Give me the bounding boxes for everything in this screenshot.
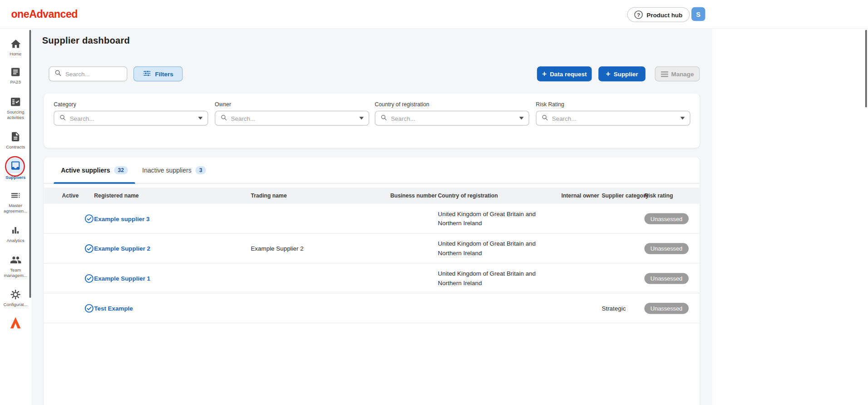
table-row: Example Supplier 1 United Kingdom of Gre…	[44, 263, 700, 293]
registered-name-cell: Example supplier 3	[94, 215, 251, 222]
search-input[interactable]	[65, 70, 122, 77]
category-select	[54, 111, 208, 126]
sidebar-item-analytics[interactable]: Analytics	[0, 224, 31, 244]
chevron-down-icon[interactable]	[359, 117, 364, 119]
country-cell: United Kingdom of Great Britain and Nort…	[438, 209, 552, 227]
sidebar-item-pa23[interactable]: PA23	[0, 66, 31, 85]
tab-inactive-suppliers[interactable]: Inactive suppliers 3	[135, 157, 213, 183]
tab-label: Inactive suppliers	[142, 167, 191, 174]
chevron-down-icon[interactable]	[681, 117, 685, 119]
filter-field-owner: Owner	[215, 101, 369, 126]
suppliers-icon	[6, 158, 25, 173]
sidebar-item-master-agreements[interactable]: Master agreemen...	[0, 189, 31, 215]
sidebar-item-label: Home	[0, 51, 30, 57]
tab-active-suppliers[interactable]: Active suppliers 32	[54, 157, 135, 183]
document-icon	[10, 66, 21, 78]
supplier-category-cell: Strategic	[602, 305, 644, 311]
sidebar-item-team-management[interactable]: Team managem...	[0, 253, 31, 279]
data-request-button[interactable]: + Data request	[537, 66, 592, 81]
filter-label: Risk Rating	[536, 101, 690, 107]
brand-logo-advanced: Advanced	[29, 8, 78, 20]
sourcing-activities-icon	[10, 96, 21, 108]
filter-field-country: Country of registration	[375, 101, 529, 126]
registered-name-cell: Example Supplier 2	[94, 245, 251, 252]
risk-rating-cell: Unassessed	[644, 243, 692, 254]
advanced-logo-icon	[9, 316, 22, 331]
analytics-icon	[10, 224, 21, 237]
supplier-link[interactable]: Example supplier 3	[94, 215, 149, 222]
brand-logo[interactable]: oneAdvanced	[11, 8, 78, 20]
sidebar-item-contracts[interactable]: Contracts	[0, 131, 31, 150]
table-row	[44, 323, 700, 405]
owner-search-input[interactable]	[231, 115, 356, 122]
help-icon: ?	[634, 10, 642, 19]
table-row: Example supplier 3 United Kingdom of Gre…	[44, 204, 700, 234]
brand-logo-one: one	[11, 8, 29, 20]
menu-icon	[661, 71, 668, 77]
sidebar-scrollbar[interactable]	[30, 30, 31, 298]
product-hub-button[interactable]: ? Product hub	[627, 7, 690, 22]
search-icon	[380, 113, 388, 123]
column-header-internal-owner: Internal owner	[561, 193, 602, 198]
country-cell: United Kingdom of Great Britain and Nort…	[438, 239, 552, 257]
sidebar: Home PA23 Sourcing activities Contracts …	[0, 29, 31, 405]
registered-name-cell: Test Example	[94, 305, 251, 311]
manage-button[interactable]: Manage	[655, 66, 700, 81]
search-icon	[542, 113, 549, 123]
sidebar-item-configuration[interactable]: Configurat...	[0, 288, 31, 308]
sidebar-item-label: Suppliers	[0, 175, 30, 181]
column-header-active: Active	[62, 193, 94, 198]
country-select	[375, 111, 529, 126]
tab-count-badge: 32	[114, 166, 128, 174]
country-search-input[interactable]	[391, 115, 516, 122]
risk-rating-cell: Unassessed	[644, 273, 692, 284]
sidebar-scroll-area: Home PA23 Sourcing activities Contracts …	[0, 29, 31, 309]
sidebar-item-suppliers[interactable]: Suppliers	[0, 158, 31, 181]
filter-label: Country of registration	[375, 101, 529, 107]
team-management-icon	[10, 253, 21, 266]
risk-rating-badge: Unassessed	[644, 243, 688, 254]
user-avatar[interactable]: S	[691, 7, 705, 21]
supplier-link[interactable]: Example Supplier 1	[94, 275, 150, 282]
master-agreements-icon	[10, 189, 21, 202]
home-icon	[10, 38, 21, 50]
risk-rating-cell: Unassessed	[644, 302, 692, 313]
sidebar-item-label: Team managem...	[0, 267, 30, 279]
supplier-link[interactable]: Example Supplier 2	[94, 245, 150, 252]
data-request-label: Data request	[550, 70, 587, 77]
risk-rating-cell: Unassessed	[644, 213, 692, 224]
filters-button[interactable]: Filters	[133, 66, 183, 81]
column-header-risk-rating: Risk rating	[644, 193, 692, 198]
tab-label: Active suppliers	[61, 167, 110, 174]
column-header-business-number: Business number	[390, 193, 438, 198]
manage-label: Manage	[671, 70, 694, 77]
plus-icon: +	[606, 70, 610, 78]
risk-rating-badge: Unassessed	[644, 213, 688, 224]
sidebar-item-label: Configurat...	[0, 302, 30, 308]
add-supplier-button[interactable]: + Supplier	[598, 66, 646, 81]
column-header-country: Country of registration	[438, 193, 562, 198]
active-check-icon	[84, 243, 94, 253]
search-icon	[220, 113, 227, 123]
supplier-tabs: Active suppliers 32 Inactive suppliers 3	[44, 157, 700, 184]
column-header-trading-name: Trading name	[251, 193, 390, 198]
supplier-link[interactable]: Test Example	[94, 305, 133, 311]
active-check-icon	[84, 273, 94, 283]
sidebar-item-sourcing-activities[interactable]: Sourcing activities	[0, 96, 31, 121]
filter-label: Category	[54, 101, 208, 107]
filter-field-category: Category	[54, 101, 208, 126]
top-bar: oneAdvanced ? Product hub S	[0, 0, 868, 29]
main-content: Supplier dashboard Filters + Data reques…	[32, 29, 713, 405]
category-search-input[interactable]	[70, 115, 195, 122]
filters-panel: Category Owner Country of registration	[44, 94, 700, 148]
column-header-supplier-category: Supplier category	[602, 193, 644, 198]
sidebar-item-home[interactable]: Home	[0, 38, 31, 57]
sidebar-item-label: Contracts	[0, 144, 30, 150]
risk-rating-search-input[interactable]	[552, 115, 677, 122]
chevron-down-icon[interactable]	[198, 117, 203, 119]
sidebar-item-label: Master agreemen...	[0, 203, 30, 215]
tune-icon	[143, 69, 151, 79]
page-scrollbar[interactable]	[865, 30, 867, 108]
chevron-down-icon[interactable]	[519, 117, 524, 119]
search-icon	[54, 69, 62, 79]
